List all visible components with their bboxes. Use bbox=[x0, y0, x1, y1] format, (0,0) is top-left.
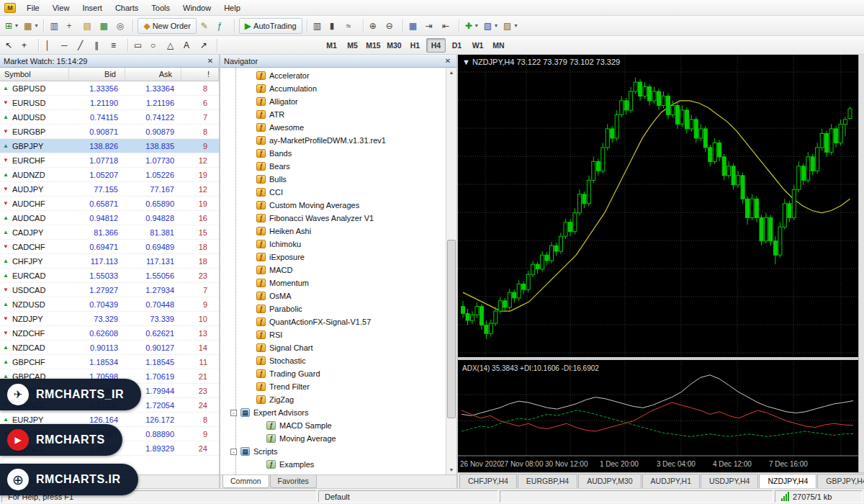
tree-item-zigzag[interactable]: ƒZigZag bbox=[220, 393, 446, 406]
market-watch-close-icon[interactable]: ✕ bbox=[205, 56, 215, 66]
chart-tab-chfjpy-h4[interactable]: CHFJPY,H4 bbox=[459, 474, 517, 489]
chart-tab-usdjpy-h4[interactable]: USDJPY,H4 bbox=[701, 474, 758, 489]
profiles-button[interactable]: ▦▾ bbox=[21, 18, 40, 34]
timeframe-m1[interactable]: M1 bbox=[322, 38, 341, 53]
crosshair-button[interactable]: + bbox=[19, 37, 35, 53]
timeframe-m5[interactable]: M5 bbox=[343, 38, 362, 53]
market-watch-row-eurusd[interactable]: ▼EURUSD1.211901.211966 bbox=[0, 96, 219, 110]
ellipse-tool-button[interactable]: ○ bbox=[148, 37, 164, 53]
candlestick-chart[interactable]: ▼ NZDJPY,H4 73.122 73.379 73.102 73.329A… bbox=[458, 55, 858, 472]
scrollbar-thumb[interactable] bbox=[447, 240, 456, 418]
menu-insert[interactable]: Insert bbox=[76, 1, 109, 14]
market-watch-row-chfjpy[interactable]: ▲CHFJPY117.113117.13118 bbox=[0, 254, 219, 269]
market-watch-row-nzdjpy[interactable]: ▼NZDJPY73.32973.33910 bbox=[0, 312, 219, 326]
column-header-ask[interactable]: Ask bbox=[125, 68, 181, 81]
triangle-tool-button[interactable]: △ bbox=[164, 37, 181, 53]
arrows-tool-button[interactable]: ↗ bbox=[197, 37, 214, 53]
navigator-tab-common[interactable]: Common bbox=[222, 475, 269, 488]
vertical-line-button[interactable]: │ bbox=[42, 37, 58, 53]
market-watch-row-eurgbp[interactable]: ▼EURGBP0.908710.908798 bbox=[0, 125, 219, 139]
data-window-button[interactable]: + bbox=[63, 18, 80, 34]
market-watch-toggle-button[interactable]: ▥ bbox=[47, 18, 63, 34]
menu-charts[interactable]: Charts bbox=[109, 1, 145, 14]
timeframe-m15[interactable]: M15 bbox=[364, 38, 383, 53]
column-header-spread[interactable]: ! bbox=[181, 68, 219, 81]
market-watch-row-audnzd[interactable]: ▲AUDNZD1.052071.0522619 bbox=[0, 168, 219, 182]
chart-tab-audjpy-m30[interactable]: AUDJPY,M30 bbox=[578, 474, 641, 489]
tree-item-fibonacci-waves-analyzer-v1[interactable]: ƒFibonacci Waves Analyzer V1 bbox=[220, 212, 446, 225]
tree-item-scripts[interactable]: -▤Scripts bbox=[220, 445, 446, 458]
rectangle-tool-button[interactable]: ▭ bbox=[131, 37, 148, 53]
line-chart-mode-button[interactable]: ≈ bbox=[343, 18, 360, 34]
chart-scrollbar[interactable] bbox=[858, 55, 864, 472]
market-watch-row-usdcad[interactable]: ▼USDCAD1.279271.279347 bbox=[0, 283, 219, 297]
column-header-bid[interactable]: Bid bbox=[69, 68, 125, 81]
timeframe-d1[interactable]: D1 bbox=[447, 38, 467, 53]
market-watch-row-audjpy[interactable]: ▼AUDJPY77.15577.16712 bbox=[0, 182, 219, 197]
market-watch-row-audusd[interactable]: ▲AUDUSD0.741150.741227 bbox=[0, 110, 219, 125]
chart-tab-nzdjpy-h4[interactable]: NZDJPY,H4 bbox=[759, 474, 816, 489]
expert-advisors-button[interactable]: ƒ bbox=[215, 18, 231, 34]
new-order-button[interactable]: ◆New Order bbox=[138, 18, 196, 34]
auto-scroll-button[interactable]: ⇥ bbox=[423, 18, 439, 34]
menu-window[interactable]: Window bbox=[176, 1, 217, 14]
terminal-toggle-button[interactable]: ▦ bbox=[96, 18, 113, 34]
timeframe-h1[interactable]: H1 bbox=[405, 38, 425, 53]
tree-item-bulls[interactable]: ƒBulls bbox=[220, 173, 446, 186]
market-watch-row-nzdcad[interactable]: ▲NZDCAD0.901130.9012714 bbox=[0, 341, 219, 355]
menu-help[interactable]: Help bbox=[217, 1, 247, 14]
navigator-scrollbar[interactable]: ▲ ▼ bbox=[446, 68, 456, 474]
chart-shift-button[interactable]: ⇤ bbox=[439, 18, 456, 34]
market-watch-row-nzdchf[interactable]: ▼NZDCHF0.626080.6262113 bbox=[0, 326, 219, 341]
text-tool-button[interactable]: A bbox=[181, 37, 197, 53]
tree-item-bands[interactable]: ƒBands bbox=[220, 147, 446, 160]
scroll-up-icon[interactable]: ▲ bbox=[449, 68, 454, 77]
market-watch-row-nzdusd[interactable]: ▲NZDUSD0.704390.704489 bbox=[0, 297, 219, 312]
tree-item-parabolic[interactable]: ƒParabolic bbox=[220, 302, 446, 315]
periods-list-button[interactable]: ▧▾ bbox=[481, 18, 500, 34]
scroll-down-icon[interactable]: ▼ bbox=[449, 465, 454, 474]
tree-item-expert-advisors[interactable]: -▤Expert Advisors bbox=[220, 406, 446, 419]
navigator-tab-favorites[interactable]: Favorites bbox=[270, 475, 317, 488]
tree-item-signal-chart[interactable]: ƒSignal Chart bbox=[220, 341, 446, 354]
chart-tab-gbpjpy-h4[interactable]: GBPJPY,H4 bbox=[817, 474, 864, 489]
tree-item-bears[interactable]: ƒBears bbox=[220, 160, 446, 173]
timeframe-mn[interactable]: MN bbox=[489, 38, 508, 53]
tree-item-trend-filter[interactable]: ƒTrend Filter bbox=[220, 380, 446, 393]
timeframe-m30[interactable]: M30 bbox=[384, 38, 404, 53]
status-profile[interactable]: Default bbox=[318, 490, 498, 503]
fibonacci-retracement-button[interactable]: ≡ bbox=[108, 37, 125, 53]
indicators-list-button[interactable]: ✚▾ bbox=[462, 18, 481, 34]
column-header-symbol[interactable]: Symbol bbox=[0, 68, 69, 81]
tree-item-atr[interactable]: ƒATR bbox=[220, 108, 446, 121]
equidistant-channel-button[interactable]: ∥ bbox=[91, 37, 108, 53]
tree-item-quantactionfx-signal-v1-57[interactable]: ƒQuantActionFX-Signal-V1.57 bbox=[220, 315, 446, 328]
navigator-close-icon[interactable]: ✕ bbox=[443, 56, 453, 66]
tree-item-rsi[interactable]: ƒRSI bbox=[220, 328, 446, 341]
navigator-toggle-button[interactable]: ▤ bbox=[80, 18, 96, 34]
tree-item-custom-moving-averages[interactable]: ƒCustom Moving Averages bbox=[220, 199, 446, 212]
tree-item-cci[interactable]: ƒCCI bbox=[220, 186, 446, 199]
tree-item-osma[interactable]: ƒOsMA bbox=[220, 289, 446, 302]
tree-item-iexposure[interactable]: ƒiExposure bbox=[220, 251, 446, 264]
new-chart-button[interactable]: ⊞▾ bbox=[2, 18, 21, 34]
timeframe-w1[interactable]: W1 bbox=[468, 38, 487, 53]
tile-windows-button[interactable]: ▦ bbox=[406, 18, 423, 34]
trendline-button[interactable]: ╱ bbox=[75, 37, 91, 53]
menu-view[interactable]: View bbox=[46, 1, 76, 14]
market-watch-row-audcad[interactable]: ▲AUDCAD0.948120.9482816 bbox=[0, 211, 219, 225]
market-watch-row-eurcad[interactable]: ▲EURCAD1.550331.5505623 bbox=[0, 269, 219, 283]
horizontal-line-button[interactable]: ─ bbox=[58, 37, 75, 53]
chart-window-nzdjpy-h4[interactable]: ▼ NZDJPY,H4 73.122 73.379 73.102 73.329A… bbox=[458, 55, 864, 472]
scrollbar-track[interactable] bbox=[446, 77, 456, 465]
market-watch-row-gbpusd[interactable]: ▲GBPUSD1.333561.333648 bbox=[0, 81, 219, 96]
tree-item-accumulation[interactable]: ƒAccumulation bbox=[220, 82, 446, 95]
cursor-button[interactable]: ↖ bbox=[2, 37, 19, 53]
bar-chart-mode-button[interactable]: ▥ bbox=[310, 18, 327, 34]
templates-button[interactable]: ▨▾ bbox=[500, 18, 520, 34]
tree-item-macd[interactable]: ƒMACD bbox=[220, 264, 446, 276]
market-watch-row-eurchf[interactable]: ▼EURCHF1.077181.0773012 bbox=[0, 153, 219, 168]
tree-item-ichimoku[interactable]: ƒIchimoku bbox=[220, 238, 446, 251]
tree-item-stochastic[interactable]: ƒStochastic bbox=[220, 354, 446, 367]
tree-item-ay-marketprofiledwm-v1-31-rev1[interactable]: ƒay-MarketProfileDWM.v1.31.rev1 bbox=[220, 134, 446, 147]
